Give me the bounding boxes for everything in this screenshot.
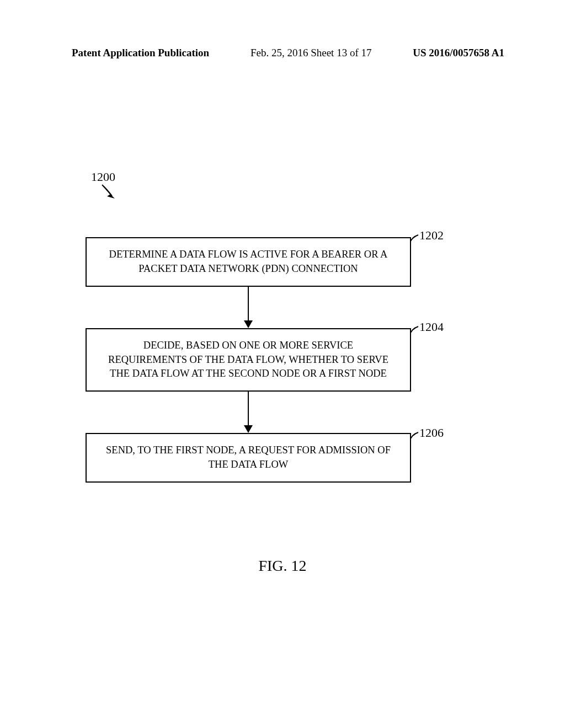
- step-reference-1206: 1206: [419, 426, 444, 440]
- connector-line-icon: [248, 392, 249, 425]
- header-publication-type: Patent Application Publication: [72, 47, 209, 59]
- patent-page: Patent Application Publication Feb. 25, …: [0, 0, 565, 728]
- step-text: DETERMINE A DATA FLOW IS ACTIVE FOR A BE…: [103, 248, 393, 276]
- reference-arrow-icon: [99, 182, 121, 204]
- step-text: SEND, TO THE FIRST NODE, A REQUEST FOR A…: [103, 443, 393, 472]
- arrow-down-icon: [244, 425, 253, 433]
- ref-label-text: 1202: [419, 228, 444, 242]
- step-text: DECIDE, BASED ON ONE OR MORE SERVICE REQ…: [103, 339, 393, 382]
- flowchart-step-1202: DETERMINE A DATA FLOW IS ACTIVE FOR A BE…: [86, 237, 411, 287]
- connector-line-icon: [248, 287, 249, 320]
- ref-label-text: 1206: [419, 426, 444, 440]
- page-header: Patent Application Publication Feb. 25, …: [72, 47, 504, 59]
- flowchart-step-1204: DECIDE, BASED ON ONE OR MORE SERVICE REQ…: [86, 328, 411, 392]
- step-reference-1204: 1204: [419, 320, 444, 334]
- arrow-down-icon: [244, 320, 253, 328]
- svg-marker-0: [107, 194, 115, 199]
- step-reference-1202: 1202: [419, 228, 444, 243]
- flowchart-diagram: DETERMINE A DATA FLOW IS ACTIVE FOR A BE…: [86, 237, 411, 483]
- figure-caption: FIG. 12: [0, 557, 565, 575]
- header-date-sheet: Feb. 25, 2016 Sheet 13 of 17: [250, 47, 372, 59]
- flowchart-connector: [86, 287, 411, 328]
- header-patent-number: US 2016/0057658 A1: [413, 47, 504, 59]
- flowchart-connector: [86, 392, 411, 433]
- flowchart-step-1206: SEND, TO THE FIRST NODE, A REQUEST FOR A…: [86, 433, 411, 483]
- ref-label-text: 1204: [419, 320, 444, 334]
